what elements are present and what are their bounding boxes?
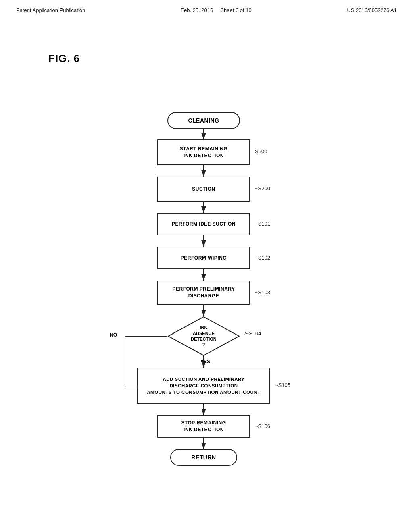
s101-process: PERFORM IDLE SUCTION xyxy=(157,213,250,235)
s101-step-label: ~S101 xyxy=(255,221,270,227)
return-terminal: RETURN xyxy=(170,449,237,466)
s106-process: STOP REMAINING INK DETECTION xyxy=(157,415,250,438)
header-left: Patent Application Publication xyxy=(16,7,85,13)
s105-process: ADD SUCTION AND PRELIMINARY DISCHARGE CO… xyxy=(137,368,270,404)
s105-step-label: ~S105 xyxy=(275,382,290,388)
s104-diamond-text: INKABSENCEDETECTION? xyxy=(167,316,240,356)
s100-step-label: S100 xyxy=(255,148,267,154)
header-date: Feb. 25, 2016 xyxy=(181,7,213,13)
s106-step-label: ~S106 xyxy=(255,423,270,429)
s200-step-label: ~S200 xyxy=(255,185,270,191)
yes-label: YES xyxy=(200,359,210,364)
flowchart: CLEANING START REMAINING INK DETECTION S… xyxy=(0,48,413,532)
s200-process: SUCTION xyxy=(157,177,250,202)
s102-step-label: ~S102 xyxy=(255,255,270,261)
no-label: NO xyxy=(110,332,117,338)
header-sheet: Sheet 6 of 10 xyxy=(220,7,251,13)
s100-process: START REMAINING INK DETECTION xyxy=(157,139,250,165)
s103-step-label: ~S103 xyxy=(255,289,270,295)
s103-process: PERFORM PRELIMINARY DISCHARGE xyxy=(157,281,250,305)
page-header: Patent Application Publication Feb. 25, … xyxy=(0,0,413,13)
s102-process: PERFORM WIPING xyxy=(157,247,250,269)
cleaning-terminal: CLEANING xyxy=(167,112,240,129)
header-right: US 2016/0052276 A1 xyxy=(347,7,397,13)
header-center: Feb. 25, 2016 Sheet 6 of 10 xyxy=(181,7,252,13)
s104-diamond: INKABSENCEDETECTION? xyxy=(167,316,240,356)
s104-step-label: /~S104 xyxy=(244,330,261,337)
